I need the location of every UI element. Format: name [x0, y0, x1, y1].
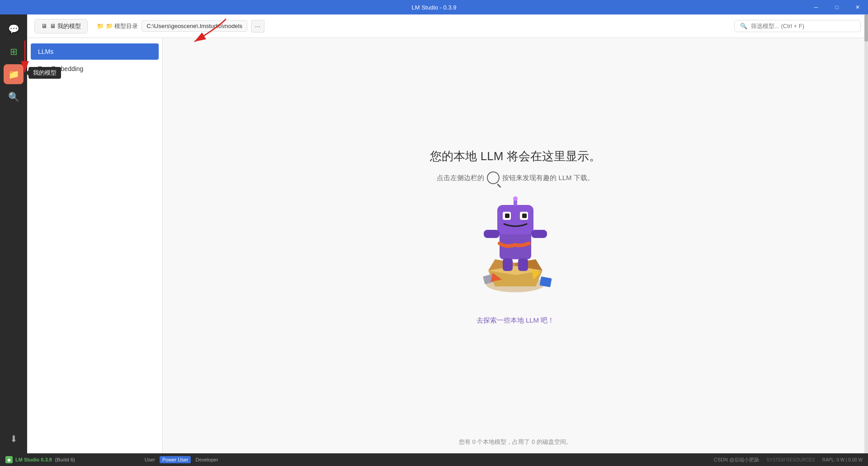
main-split: LLMs Text Embedding 您的本地 LLM 将会在这里显示。 点击… — [27, 38, 868, 453]
path-value: C:\Users\geoscene\.lmstudio\models — [142, 20, 247, 32]
content-area: 🖥 🖥 我的模型 📁 📁 模型目录 C:\Users\geoscene\.lms… — [27, 14, 868, 453]
search-sidebar-icon[interactable]: 🔍 — [4, 87, 24, 107]
csdn-watermark: CSDN @后端小肥肠 — [714, 456, 759, 463]
svg-rect-14 — [531, 230, 547, 238]
app-body: 💬 ⊞ 📁 🔍 ⬇ 🖥 🖥 我的模型 📁 📁 模型目录 C:\Users\geo… — [0, 14, 868, 453]
svg-rect-6 — [497, 205, 533, 234]
explore-link[interactable]: 去探索一些本地 LLM 吧！ — [476, 316, 555, 325]
svg-rect-15 — [503, 258, 513, 271]
svg-rect-2 — [539, 276, 552, 287]
minimize-button[interactable]: ─ — [806, 0, 826, 14]
empty-state: 您的本地 LLM 将会在这里显示。 点击左侧边栏的 按钮来发现有趣的 LLM 下… — [430, 148, 600, 325]
chat-sidebar-icon[interactable]: 💬 — [4, 19, 24, 39]
empty-title: 您的本地 LLM 将会在这里显示。 — [430, 148, 600, 164]
sidebar-icons: 💬 ⊞ 📁 🔍 ⬇ — [0, 14, 27, 453]
title-bar-text: LM Studio - 0.3.9 — [412, 4, 457, 11]
toolbar: 🖥 🖥 我的模型 📁 📁 模型目录 C:\Users\geoscene\.lms… — [27, 14, 868, 38]
title-bar: LM Studio - 0.3.9 ─ □ ✕ — [0, 0, 868, 14]
svg-rect-16 — [518, 258, 528, 271]
path-menu-button[interactable]: ··· — [251, 20, 264, 33]
grid-sidebar-icon[interactable]: ⊞ — [4, 42, 24, 62]
scrollbar-thumb[interactable] — [864, 14, 868, 42]
mode-power-user[interactable]: Power User — [160, 456, 191, 463]
tooltip-popup: 我的模型 — [28, 67, 61, 79]
subtitle-text2: 按钮来发现有趣的 LLM 下载。 — [502, 174, 594, 182]
lm-studio-icon: ◈ — [5, 456, 13, 463]
search-circle-icon — [487, 171, 500, 184]
svg-rect-13 — [484, 230, 500, 238]
download-sidebar-icon[interactable]: ⬇ — [4, 429, 24, 449]
category-llms[interactable]: LLMs — [31, 43, 159, 60]
gpu-indicator: RAPL: 0 W | 0.00 W — [822, 457, 863, 462]
cloud-icon: 🖥 — [41, 23, 47, 29]
mode-developer[interactable]: Developer — [193, 456, 221, 463]
search-icon: 🔍 — [740, 23, 747, 29]
search-box: 🔍 — [734, 20, 861, 32]
status-logo: ◈ LM Studio 0.3.9 (Build 6) — [5, 456, 75, 463]
system-resources-label: SYSTEM RESOURCES — [766, 457, 815, 462]
bottom-status: 您有 0 个本地模型，占用了 0 的磁盘空间。 — [163, 438, 868, 446]
my-models-button[interactable]: 🖥 🖥 我的模型 — [34, 19, 88, 33]
folder-sidebar-icon[interactable]: 📁 — [4, 64, 24, 84]
title-bar-controls: ─ □ ✕ — [806, 0, 868, 14]
path-area: 📁 📁 模型目录 C:\Users\geoscene\.lmstudio\mod… — [97, 20, 264, 33]
svg-rect-9 — [505, 214, 509, 218]
path-label: 📁 📁 模型目录 — [97, 22, 138, 30]
right-panel: 您的本地 LLM 将会在这里显示。 点击左侧边栏的 按钮来发现有趣的 LLM 下… — [163, 38, 868, 453]
close-button[interactable]: ✕ — [847, 0, 868, 14]
mode-user[interactable]: User — [142, 456, 158, 463]
right-scrollbar[interactable] — [864, 14, 868, 453]
search-input[interactable] — [751, 23, 855, 29]
status-user-mode: User Power User Developer — [142, 456, 221, 463]
app-name: LM Studio 0.3.9 (Build 6) — [15, 457, 75, 462]
robot-illustration — [470, 196, 561, 304]
folder-icon-small: 📁 — [97, 23, 104, 29]
svg-point-12 — [513, 196, 518, 201]
empty-subtitle: 点击左侧边栏的 按钮来发现有趣的 LLM 下载。 — [437, 171, 594, 184]
subtitle-text1: 点击左侧边栏的 — [437, 174, 484, 182]
left-panel: LLMs Text Embedding — [27, 38, 163, 453]
status-bar: ◈ LM Studio 0.3.9 (Build 6) User Power U… — [0, 453, 868, 466]
maximize-button[interactable]: □ — [826, 0, 847, 14]
my-models-label: 🖥 我的模型 — [50, 22, 81, 30]
svg-rect-10 — [522, 214, 527, 218]
